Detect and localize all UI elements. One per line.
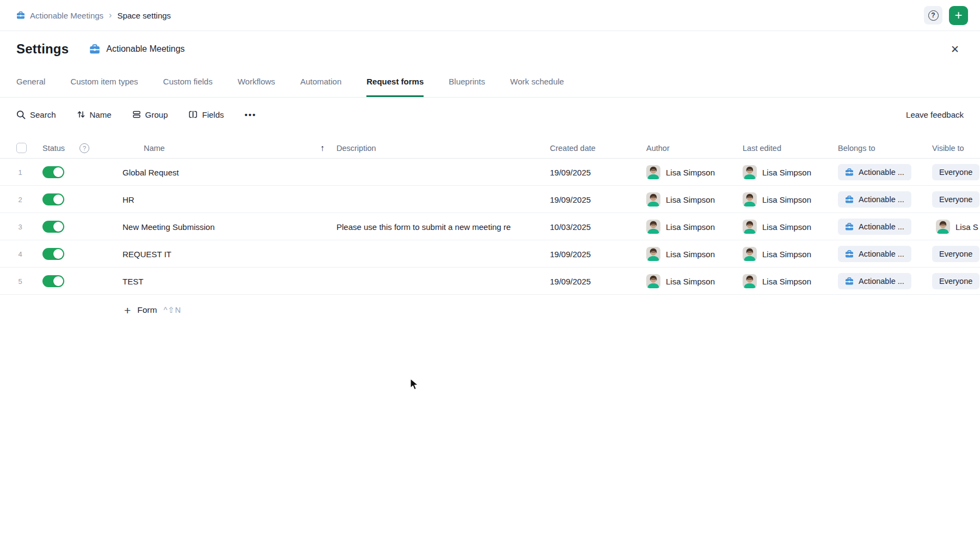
form-description: Please use this form to submit a new mee… (336, 213, 542, 240)
help-button[interactable]: ? (924, 6, 942, 25)
breadcrumb-space-link[interactable]: Actionable Meetings (16, 11, 103, 20)
group-icon (132, 110, 141, 119)
table-row[interactable]: 2 HR 19/09/2025 Lisa Simpson Lisa Simpso… (0, 186, 980, 213)
search-icon (16, 110, 26, 119)
created-date: 19/09/2025 (550, 186, 621, 213)
tab-custom-item-types[interactable]: Custom item types (70, 66, 138, 97)
last-edited-cell: Lisa Simpson (743, 268, 811, 295)
select-all-cell (16, 137, 27, 159)
avatar (743, 165, 757, 179)
table-row[interactable]: 4 REQUEST IT 19/09/2025 Lisa Simpson Lis… (0, 240, 980, 268)
column-author[interactable]: Author (646, 137, 670, 159)
form-name[interactable]: REQUEST IT (122, 240, 329, 268)
created-date: 19/09/2025 (550, 268, 621, 295)
status-toggle[interactable] (42, 221, 64, 233)
row-number: 4 (15, 240, 25, 268)
fields-button[interactable]: Fields (188, 110, 224, 119)
list-toolbar: Search Name Group Fields ••• Leave feedb… (0, 98, 980, 131)
column-belongs-to[interactable]: Belongs to (838, 137, 875, 159)
tab-automation[interactable]: Automation (300, 66, 341, 97)
row-number: 2 (15, 186, 25, 213)
status-toggle[interactable] (42, 193, 64, 205)
visible-to-user[interactable]: Lisa S (936, 213, 978, 240)
column-belongs-to-label: Belongs to (838, 144, 875, 153)
close-icon: ✕ (951, 43, 959, 56)
form-name[interactable]: TEST (122, 268, 329, 295)
tab-work-schedule[interactable]: Work schedule (510, 66, 564, 97)
belongs-to-chip[interactable]: Actionable ... (838, 191, 911, 208)
belongs-to-label: Actionable ... (859, 222, 904, 231)
status-toggle[interactable] (42, 248, 64, 260)
tab-blueprints[interactable]: Blueprints (449, 66, 485, 97)
status-toggle[interactable] (42, 166, 64, 178)
last-edited-cell: Lisa Simpson (743, 159, 811, 186)
status-toggle[interactable] (42, 275, 64, 287)
tab-general[interactable]: General (16, 66, 45, 97)
leave-feedback-link[interactable]: Leave feedback (906, 110, 964, 119)
tab-workflows[interactable]: Workflows (237, 66, 275, 97)
add-form-label: Form (137, 305, 157, 315)
last-edited-name: Lisa Simpson (762, 222, 811, 232)
last-edited-name: Lisa Simpson (762, 195, 811, 204)
created-date: 19/09/2025 (550, 159, 621, 186)
form-name[interactable]: HR (122, 186, 329, 213)
created-date: 10/03/2025 (550, 213, 621, 240)
close-button[interactable]: ✕ (946, 40, 964, 58)
column-created-date[interactable]: Created date (550, 137, 596, 159)
table-row[interactable]: 5 TEST 19/09/2025 Lisa Simpson Lisa Simp… (0, 268, 980, 295)
space-badge: Actionable Meetings (89, 44, 185, 54)
column-description[interactable]: Description (336, 137, 376, 159)
belongs-to-chip[interactable]: Actionable ... (838, 164, 911, 180)
briefcase-icon (16, 11, 25, 20)
avatar (936, 220, 950, 234)
avatar (743, 247, 757, 261)
visible-to-chip[interactable]: Everyone (932, 246, 979, 262)
belongs-to-label: Actionable ... (859, 250, 904, 258)
column-author-label: Author (646, 144, 670, 153)
column-created-label: Created date (550, 144, 596, 153)
form-name[interactable]: New Meeting Submission (122, 213, 329, 240)
tab-request-forms[interactable]: Request forms (366, 66, 424, 97)
breadcrumb-space-label[interactable]: Actionable Meetings (30, 11, 103, 20)
table-row[interactable]: 3 New Meeting Submission Please use this… (0, 213, 980, 240)
form-name[interactable]: Global Request (122, 159, 329, 186)
group-button[interactable]: Group (132, 110, 168, 119)
tab-custom-fields[interactable]: Custom fields (163, 66, 213, 97)
select-all-checkbox[interactable] (16, 143, 27, 153)
fields-icon (188, 110, 198, 119)
column-visible-to[interactable]: Visible to (932, 137, 964, 159)
breadcrumb: Actionable Meetings › Space settings (16, 10, 171, 20)
question-circle-icon: ? (79, 143, 89, 153)
author-cell: Lisa Simpson (646, 213, 715, 240)
avatar (646, 274, 660, 288)
column-description-label: Description (336, 144, 376, 153)
last-edited-name: Lisa Simpson (762, 250, 811, 259)
belongs-to-chip[interactable]: Actionable ... (838, 246, 911, 262)
more-options-button[interactable]: ••• (244, 110, 256, 119)
briefcase-icon (845, 168, 854, 177)
create-new-button[interactable]: + (949, 6, 968, 25)
column-last-edited[interactable]: Last edited (743, 137, 781, 159)
sort-button[interactable]: Name (77, 110, 112, 119)
add-form-button[interactable]: + Form ^⇧N (124, 301, 181, 319)
author-cell: Lisa Simpson (646, 240, 715, 268)
last-edited-cell: Lisa Simpson (743, 240, 811, 268)
column-name-label: Name (144, 144, 165, 153)
visible-to-chip[interactable]: Everyone (932, 164, 979, 180)
visible-to-chip[interactable]: Everyone (932, 191, 979, 208)
column-status[interactable]: Status (42, 137, 65, 159)
author-cell: Lisa Simpson (646, 186, 715, 213)
column-name[interactable]: Name (144, 137, 165, 159)
settings-header: Settings Actionable Meetings ✕ (0, 32, 980, 66)
last-edited-cell: Lisa Simpson (743, 186, 811, 213)
chevron-right-icon: › (109, 10, 112, 20)
briefcase-icon (89, 44, 100, 54)
sort-ascending-icon[interactable]: ↑ (320, 137, 324, 159)
status-help-button[interactable]: ? (79, 137, 89, 159)
visible-to-chip[interactable]: Everyone (932, 273, 979, 289)
row-number: 3 (15, 213, 25, 240)
belongs-to-chip[interactable]: Actionable ... (838, 273, 911, 289)
table-row[interactable]: 1 Global Request 19/09/2025 Lisa Simpson… (0, 159, 980, 186)
belongs-to-chip[interactable]: Actionable ... (838, 219, 911, 235)
search-button[interactable]: Search (16, 110, 56, 119)
